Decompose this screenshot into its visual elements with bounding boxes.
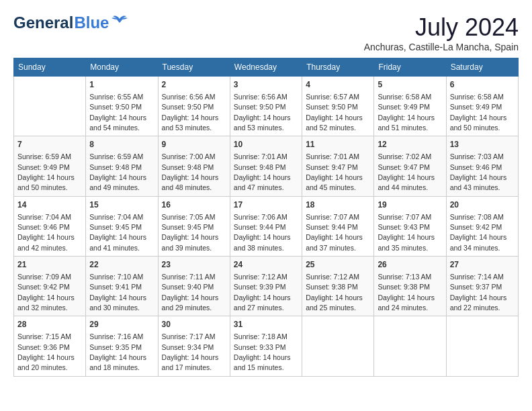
calendar-cell: 2Sunrise: 6:56 AMSunset: 9:50 PMDaylight… [158, 77, 230, 136]
calendar-cell: 30Sunrise: 7:17 AMSunset: 9:34 PMDayligh… [158, 316, 230, 376]
calendar-cell: 5Sunrise: 6:58 AMSunset: 9:49 PMDaylight… [374, 77, 446, 136]
cell-content: Sunrise: 6:56 AMSunset: 9:50 PMDaylight:… [162, 93, 219, 132]
logo-blue: Blue [74, 13, 109, 32]
day-number: 27 [450, 259, 515, 271]
day-number: 6 [450, 79, 515, 91]
calendar-cell: 1Sunrise: 6:55 AMSunset: 9:50 PMDaylight… [86, 77, 158, 136]
logo-general: General [13, 13, 73, 32]
day-number: 4 [306, 79, 370, 91]
day-number: 8 [89, 139, 154, 150]
day-number: 12 [378, 139, 442, 150]
calendar-cell [374, 316, 446, 376]
calendar-week-row: 14Sunrise: 7:04 AMSunset: 9:46 PMDayligh… [14, 196, 519, 256]
calendar-week-row: 7Sunrise: 6:59 AMSunset: 9:49 PMDaylight… [14, 136, 519, 196]
day-number: 14 [17, 199, 82, 211]
month-title: July 2024 [364, 13, 519, 42]
cell-content: Sunrise: 7:10 AMSunset: 9:41 PMDaylight:… [89, 273, 146, 312]
cell-content: Sunrise: 7:13 AMSunset: 9:38 PMDaylight:… [378, 273, 435, 312]
day-number: 7 [17, 139, 82, 150]
calendar-cell [302, 316, 374, 376]
cell-content: Sunrise: 7:01 AMSunset: 9:47 PMDaylight:… [306, 152, 363, 191]
cell-content: Sunrise: 7:04 AMSunset: 9:46 PMDaylight:… [17, 213, 75, 252]
calendar-cell: 20Sunrise: 7:08 AMSunset: 9:42 PMDayligh… [446, 196, 518, 256]
cell-content: Sunrise: 7:12 AMSunset: 9:38 PMDaylight:… [306, 273, 363, 312]
logo: General Blue [13, 13, 129, 32]
calendar-cell: 13Sunrise: 7:03 AMSunset: 9:46 PMDayligh… [446, 136, 518, 196]
location-label: Anchuras, Castille-La Mancha, Spain [364, 42, 519, 52]
calendar-cell: 31Sunrise: 7:18 AMSunset: 9:33 PMDayligh… [230, 316, 302, 376]
calendar-cell: 11Sunrise: 7:01 AMSunset: 9:47 PMDayligh… [302, 136, 374, 196]
day-number: 20 [450, 199, 515, 211]
calendar-cell: 16Sunrise: 7:05 AMSunset: 9:45 PMDayligh… [158, 196, 230, 256]
cell-content: Sunrise: 7:17 AMSunset: 9:34 PMDaylight:… [162, 332, 219, 371]
calendar-cell: 28Sunrise: 7:15 AMSunset: 9:36 PMDayligh… [14, 316, 86, 376]
day-number: 1 [89, 79, 154, 91]
day-number: 2 [162, 79, 226, 91]
calendar-week-row: 21Sunrise: 7:09 AMSunset: 9:42 PMDayligh… [14, 257, 519, 316]
cell-content: Sunrise: 6:58 AMSunset: 9:49 PMDaylight:… [450, 93, 507, 132]
calendar-cell: 25Sunrise: 7:12 AMSunset: 9:38 PMDayligh… [302, 257, 374, 316]
calendar-cell: 23Sunrise: 7:11 AMSunset: 9:40 PMDayligh… [158, 257, 230, 316]
weekday-header-sunday: Sunday [14, 58, 86, 77]
day-number: 9 [162, 139, 226, 150]
day-number: 29 [89, 319, 154, 330]
cell-content: Sunrise: 7:11 AMSunset: 9:40 PMDaylight:… [162, 273, 219, 312]
calendar-cell: 8Sunrise: 6:59 AMSunset: 9:48 PMDaylight… [86, 136, 158, 196]
day-number: 16 [162, 199, 226, 211]
calendar-cell: 24Sunrise: 7:12 AMSunset: 9:39 PMDayligh… [230, 257, 302, 316]
title-section: July 2024 Anchuras, Castille-La Mancha, … [364, 13, 519, 52]
cell-content: Sunrise: 6:57 AMSunset: 9:50 PMDaylight:… [306, 93, 363, 132]
day-number: 11 [306, 139, 370, 150]
cell-content: Sunrise: 7:01 AMSunset: 9:48 PMDaylight:… [234, 152, 291, 191]
cell-content: Sunrise: 7:00 AMSunset: 9:48 PMDaylight:… [162, 152, 219, 191]
calendar-cell: 7Sunrise: 6:59 AMSunset: 9:49 PMDaylight… [14, 136, 86, 196]
calendar-cell: 9Sunrise: 7:00 AMSunset: 9:48 PMDaylight… [158, 136, 230, 196]
calendar-cell: 18Sunrise: 7:07 AMSunset: 9:44 PMDayligh… [302, 196, 374, 256]
calendar-cell: 21Sunrise: 7:09 AMSunset: 9:42 PMDayligh… [14, 257, 86, 316]
calendar-cell: 6Sunrise: 6:58 AMSunset: 9:49 PMDaylight… [446, 77, 518, 136]
cell-content: Sunrise: 7:02 AMSunset: 9:47 PMDaylight:… [378, 152, 435, 191]
cell-content: Sunrise: 7:08 AMSunset: 9:42 PMDaylight:… [450, 213, 507, 252]
calendar-cell: 12Sunrise: 7:02 AMSunset: 9:47 PMDayligh… [374, 136, 446, 196]
day-number: 28 [17, 319, 82, 330]
calendar-week-row: 1Sunrise: 6:55 AMSunset: 9:50 PMDaylight… [14, 77, 519, 136]
day-number: 13 [450, 139, 515, 150]
calendar-cell: 4Sunrise: 6:57 AMSunset: 9:50 PMDaylight… [302, 77, 374, 136]
logo-bird-icon [110, 13, 129, 26]
day-number: 5 [378, 79, 442, 91]
cell-content: Sunrise: 7:03 AMSunset: 9:46 PMDaylight:… [450, 152, 507, 191]
cell-content: Sunrise: 6:59 AMSunset: 9:49 PMDaylight:… [17, 152, 75, 191]
calendar-cell: 17Sunrise: 7:06 AMSunset: 9:44 PMDayligh… [230, 196, 302, 256]
weekday-header-tuesday: Tuesday [158, 58, 230, 77]
calendar-cell: 26Sunrise: 7:13 AMSunset: 9:38 PMDayligh… [374, 257, 446, 316]
weekday-header-saturday: Saturday [446, 58, 518, 77]
day-number: 19 [378, 199, 442, 211]
day-number: 22 [89, 259, 154, 271]
day-number: 17 [234, 199, 298, 211]
day-number: 26 [378, 259, 442, 271]
cell-content: Sunrise: 6:55 AMSunset: 9:50 PMDaylight:… [89, 93, 146, 132]
cell-content: Sunrise: 7:16 AMSunset: 9:35 PMDaylight:… [89, 332, 146, 371]
cell-content: Sunrise: 7:07 AMSunset: 9:44 PMDaylight:… [306, 213, 363, 252]
day-number: 15 [89, 199, 154, 211]
calendar-cell: 19Sunrise: 7:07 AMSunset: 9:43 PMDayligh… [374, 196, 446, 256]
calendar-week-row: 28Sunrise: 7:15 AMSunset: 9:36 PMDayligh… [14, 316, 519, 376]
cell-content: Sunrise: 7:07 AMSunset: 9:43 PMDaylight:… [378, 213, 435, 252]
day-number: 24 [234, 259, 298, 271]
cell-content: Sunrise: 7:06 AMSunset: 9:44 PMDaylight:… [234, 213, 291, 252]
day-number: 18 [306, 199, 370, 211]
weekday-header-monday: Monday [86, 58, 158, 77]
calendar-cell: 15Sunrise: 7:04 AMSunset: 9:45 PMDayligh… [86, 196, 158, 256]
cell-content: Sunrise: 6:56 AMSunset: 9:50 PMDaylight:… [234, 93, 291, 132]
page-header: General Blue July 2024 Anchuras, Castill… [13, 13, 519, 52]
calendar-table: SundayMondayTuesdayWednesdayThursdayFrid… [13, 58, 519, 377]
cell-content: Sunrise: 7:18 AMSunset: 9:33 PMDaylight:… [234, 332, 291, 371]
cell-content: Sunrise: 7:12 AMSunset: 9:39 PMDaylight:… [234, 273, 291, 312]
day-number: 30 [162, 319, 226, 330]
calendar-cell: 27Sunrise: 7:14 AMSunset: 9:37 PMDayligh… [446, 257, 518, 316]
day-number: 23 [162, 259, 226, 271]
weekday-header-thursday: Thursday [302, 58, 374, 77]
cell-content: Sunrise: 6:58 AMSunset: 9:49 PMDaylight:… [378, 93, 435, 132]
calendar-cell: 22Sunrise: 7:10 AMSunset: 9:41 PMDayligh… [86, 257, 158, 316]
day-number: 31 [234, 319, 298, 330]
